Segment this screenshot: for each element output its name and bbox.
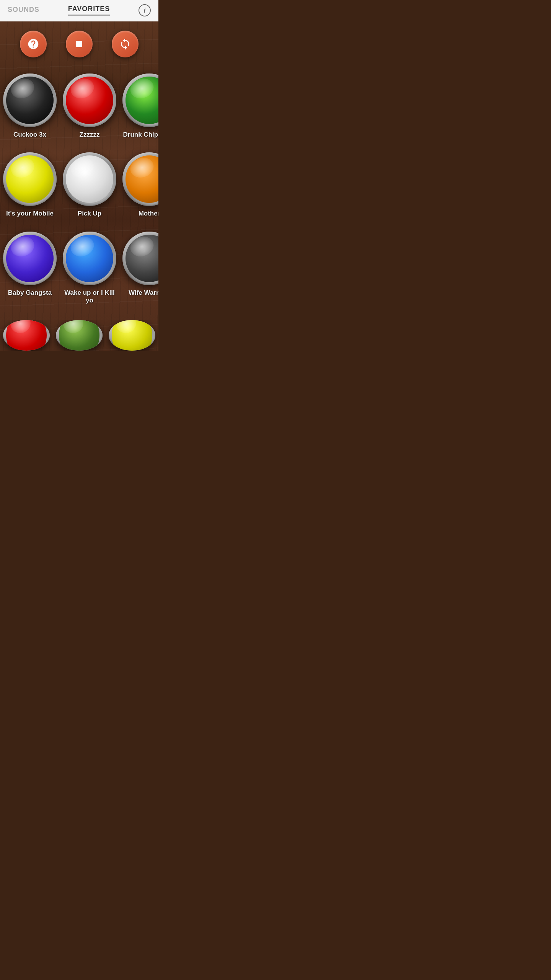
partial-inner-3 bbox=[112, 320, 152, 351]
button-inner-zzzzzz bbox=[66, 77, 113, 124]
button-outer-gangsta bbox=[3, 232, 57, 285]
button-outer-mobile bbox=[3, 152, 57, 206]
button-outer-cuckoo bbox=[3, 74, 57, 127]
main-content: Cuckoo 3x Zzzzzz Drunk Chipmunk It's you… bbox=[0, 21, 158, 351]
sound-label-wakeup: Wake up or I Kill yo bbox=[63, 289, 116, 305]
sound-wife-warning[interactable]: Wife Warning bbox=[119, 225, 158, 312]
sound-label-zzzzzz: Zzzzzz bbox=[80, 131, 100, 139]
sound-baby-gangsta[interactable]: Baby Gangsta bbox=[0, 225, 60, 312]
partial-inner-1 bbox=[6, 320, 47, 351]
button-outer-zzzzzz bbox=[63, 74, 116, 127]
stop-button[interactable] bbox=[66, 31, 93, 57]
button-inner-wakeup bbox=[66, 235, 113, 282]
partial-sound-1[interactable] bbox=[0, 320, 53, 351]
button-outer-mother bbox=[122, 152, 158, 206]
partial-sound-3[interactable] bbox=[106, 320, 158, 351]
partial-inner-2 bbox=[59, 320, 99, 351]
button-inner-pickup bbox=[66, 155, 113, 203]
sound-label-pickup: Pick Up bbox=[78, 210, 101, 217]
button-inner-mobile bbox=[6, 155, 54, 203]
question-button[interactable] bbox=[20, 31, 47, 57]
partial-outer-3 bbox=[109, 320, 155, 351]
button-inner-mother bbox=[126, 155, 158, 203]
question-icon bbox=[27, 38, 39, 50]
button-outer-drunk-chipmunk bbox=[122, 74, 158, 127]
sound-cuckoo[interactable]: Cuckoo 3x bbox=[0, 67, 60, 146]
sound-label-cuckoo: Cuckoo 3x bbox=[13, 131, 46, 139]
button-inner-wife bbox=[126, 235, 158, 282]
button-inner-gangsta bbox=[6, 235, 54, 282]
info-button[interactable]: i bbox=[139, 4, 151, 16]
sound-label-drunk-chipmunk: Drunk Chipmunk bbox=[123, 131, 158, 139]
button-inner-drunk-chipmunk bbox=[126, 77, 158, 124]
sound-its-your-mobile[interactable]: It's your Mobile bbox=[0, 146, 60, 225]
sound-zzzzzz[interactable]: Zzzzzz bbox=[60, 67, 119, 146]
sound-mother[interactable]: Mother bbox=[119, 146, 158, 225]
button-outer-wakeup bbox=[63, 232, 116, 285]
stop-icon bbox=[73, 38, 85, 50]
partial-sound-2[interactable] bbox=[53, 320, 106, 351]
sound-label-wife: Wife Warning bbox=[129, 289, 158, 297]
sound-wake-up[interactable]: Wake up or I Kill yo bbox=[60, 225, 119, 312]
partial-outer-2 bbox=[56, 320, 103, 351]
button-outer-pickup bbox=[63, 152, 116, 206]
sound-grid: Cuckoo 3x Zzzzzz Drunk Chipmunk It's you… bbox=[0, 64, 158, 316]
sound-label-mother: Mother bbox=[139, 210, 158, 217]
sound-label-mobile: It's your Mobile bbox=[6, 210, 54, 217]
refresh-icon bbox=[119, 38, 131, 50]
partial-row bbox=[0, 316, 158, 351]
svg-rect-0 bbox=[76, 41, 82, 47]
button-outer-wife bbox=[122, 232, 158, 285]
partial-outer-1 bbox=[3, 320, 50, 351]
header: SOUNDS FAVORITES i bbox=[0, 0, 158, 21]
tab-sounds[interactable]: SOUNDS bbox=[8, 6, 39, 15]
sound-label-gangsta: Baby Gangsta bbox=[8, 289, 52, 297]
sound-drunk-chipmunk[interactable]: Drunk Chipmunk bbox=[119, 67, 158, 146]
sound-pick-up[interactable]: Pick Up bbox=[60, 146, 119, 225]
refresh-button[interactable] bbox=[112, 31, 139, 57]
controls-row bbox=[0, 21, 158, 64]
button-inner-cuckoo bbox=[6, 77, 54, 124]
tab-favorites[interactable]: FAVORITES bbox=[68, 5, 110, 16]
